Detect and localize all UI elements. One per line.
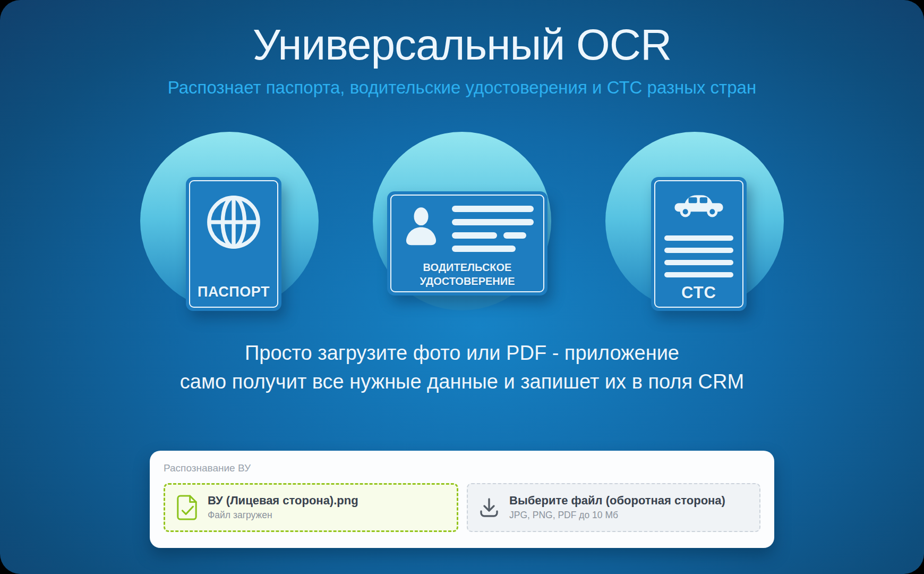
choose-file-hint: JPG, PNG, PDF до 10 Мб [509, 510, 725, 521]
widget-header: Распознавание ВУ [164, 462, 760, 474]
person-icon [401, 204, 441, 253]
driver-license-card: ВОДИТЕЛЬСКОЕ УДОСТОВЕРЕНИЕ [387, 191, 547, 296]
passport-label: ПАСПОРТ [186, 284, 281, 300]
choose-file-dropzone[interactable]: Выберите файл (оборотная сторона) JPG, P… [467, 483, 760, 532]
choose-file-label: Выберите файл (оборотная сторона) [509, 494, 725, 508]
uploaded-file-name: ВУ (Лицевая сторона).png [208, 494, 358, 508]
page-subtitle: Распознает паспорта, водительские удосто… [0, 78, 924, 98]
page-title: Универсальный OCR [0, 20, 924, 69]
description-line-2: само получит все нужные данные и запишет… [0, 368, 924, 396]
recognition-widget: Распознавание ВУ ВУ (Лицевая сторона).pn… [150, 451, 774, 548]
feature-circle-driver-license: ВОДИТЕЛЬСКОЕ УДОСТОВЕРЕНИЕ [373, 132, 551, 310]
feature-circles: ПАСПОРТ [0, 132, 924, 310]
sts-label: СТС [651, 283, 747, 302]
driver-license-label: ВОДИТЕЛЬСКОЕ УДОСТОВЕРЕНИЕ [387, 260, 547, 289]
license-text-lines [452, 204, 534, 253]
uploaded-file-dropzone[interactable]: ВУ (Лицевая сторона).png Файл загружен [164, 483, 458, 532]
promo-banner: Универсальный OCR Распознает паспорта, в… [0, 0, 924, 574]
description-text: Просто загрузите фото или PDF - приложен… [0, 339, 924, 396]
description-line-1: Просто загрузите фото или PDF - приложен… [0, 339, 924, 368]
car-icon [672, 190, 726, 218]
globe-icon [202, 191, 265, 254]
sts-text-lines [664, 235, 733, 277]
uploaded-file-status: Файл загружен [208, 510, 358, 521]
feature-circle-passport: ПАСПОРТ [140, 132, 319, 310]
download-icon [478, 497, 500, 518]
feature-circle-sts: СТС [605, 132, 784, 310]
file-check-icon [176, 494, 198, 521]
sts-card: СТС [651, 177, 747, 311]
passport-card: ПАСПОРТ [186, 177, 281, 311]
